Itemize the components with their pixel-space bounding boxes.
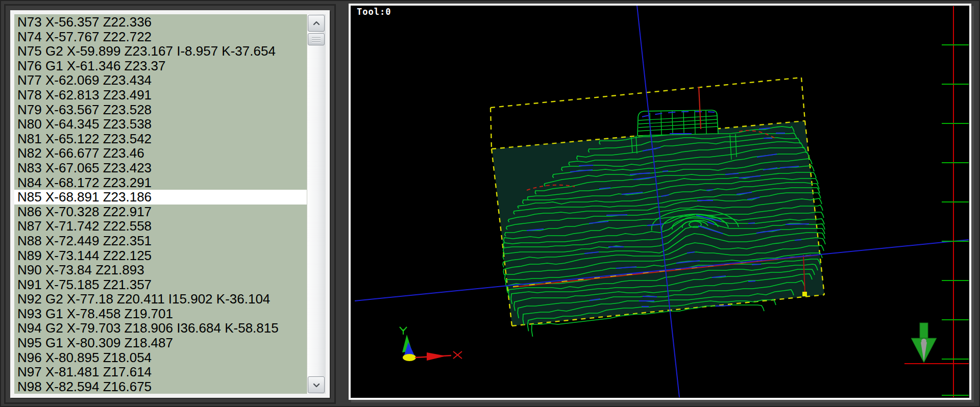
gcode-line[interactable]: N79 X-63.567 Z23.528	[14, 103, 307, 117]
tool-arrow-icon	[911, 323, 937, 363]
gcode-line[interactable]: N92 G2 X-77.18 Z20.411 I15.902 K-36.104	[14, 292, 307, 307]
origin-triad-icon	[400, 327, 462, 361]
scroll-down-button[interactable]	[308, 376, 325, 393]
gcode-list[interactable]: N73 X-56.357 Z22.336N74 X-57.767 Z22.722…	[14, 14, 307, 394]
chevron-down-icon	[311, 380, 322, 390]
stock-surface	[492, 121, 824, 326]
thumb-grip-icon	[312, 39, 321, 40]
gcode-line[interactable]: N95 G1 X-80.309 Z18.487	[14, 336, 307, 350]
chevron-up-icon	[311, 18, 322, 29]
toolpath-scene: Tool:0	[351, 6, 969, 398]
viewport-3d[interactable]: Tool:0	[349, 4, 971, 400]
gcode-line[interactable]: N81 X-65.122 Z23.542	[14, 132, 307, 146]
gcode-line[interactable]: N87 X-71.742 Z22.558	[14, 219, 307, 234]
gcode-line[interactable]: N97 X-81.481 Z17.614	[14, 365, 307, 379]
scrollbar[interactable]	[307, 14, 326, 394]
thumb-grip-icon	[312, 37, 321, 38]
gcode-panel: N73 X-56.357 Z22.336N74 X-57.767 Z22.722…	[4, 4, 336, 404]
tool-label: Tool:0	[357, 7, 391, 17]
gcode-line[interactable]: N78 X-62.813 Z23.491	[14, 88, 307, 103]
gcode-listbox[interactable]: N73 X-56.357 Z22.336N74 X-57.767 Z22.722…	[10, 10, 330, 398]
gcode-line-selected[interactable]: N85 X-68.891 Z23.186	[14, 190, 307, 205]
gcode-line[interactable]: N83 X-67.065 Z23.423	[14, 161, 307, 175]
gcode-line[interactable]: N82 X-66.677 Z23.46	[14, 146, 307, 161]
gcode-line[interactable]: N90 X-73.84 Z21.893	[14, 263, 307, 277]
gcode-line[interactable]: N75 G2 X-59.899 Z23.167 I-8.957 K-37.654	[14, 44, 307, 59]
gcode-line[interactable]: N94 G2 X-79.703 Z18.906 I36.684 K-58.815	[14, 321, 307, 336]
gcode-line[interactable]: N86 X-70.328 Z22.917	[14, 205, 307, 219]
gcode-line[interactable]: N73 X-56.357 Z22.336	[14, 15, 307, 30]
gcode-line[interactable]: N91 X-75.185 Z21.357	[14, 277, 307, 292]
scroll-up-button[interactable]	[308, 15, 325, 32]
gcode-line[interactable]: N77 X-62.069 Z23.434	[14, 73, 307, 88]
gcode-line[interactable]: N96 X-80.895 Z18.054	[14, 350, 307, 365]
gcode-line[interactable]: N84 X-68.172 Z23.291	[14, 175, 307, 190]
gcode-line[interactable]: N74 X-57.767 Z22.722	[14, 30, 307, 44]
gcode-line[interactable]: N98 X-82.594 Z16.675	[14, 379, 307, 394]
scrollbar-thumb[interactable]	[308, 33, 325, 45]
gcode-line[interactable]: N89 X-73.144 Z22.125	[14, 248, 307, 263]
gcode-line[interactable]: N80 X-64.345 Z23.538	[14, 117, 307, 132]
gcode-line[interactable]: N76 G1 X-61.346 Z23.37	[14, 59, 307, 73]
gcode-line[interactable]: N93 G1 X-78.458 Z19.701	[14, 307, 307, 321]
gcode-line[interactable]: N88 X-72.449 Z22.351	[14, 234, 307, 248]
thumb-grip-icon	[312, 41, 321, 42]
